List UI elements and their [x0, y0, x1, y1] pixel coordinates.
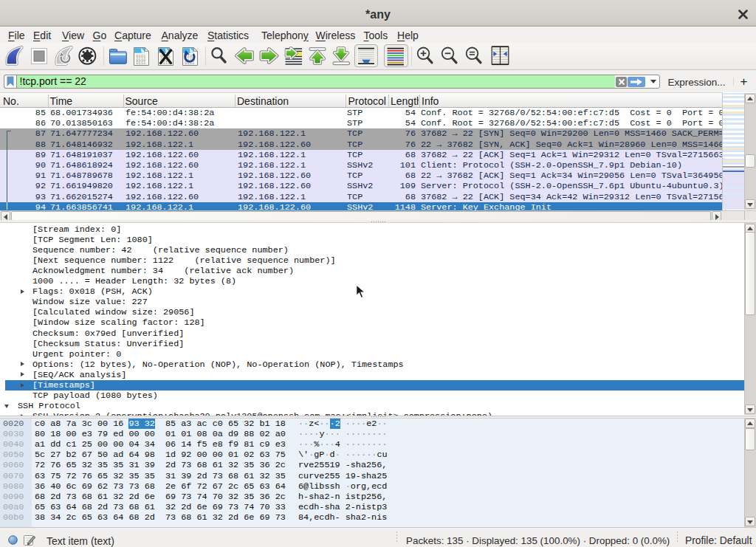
- svg-text:0111: 0111: [136, 61, 146, 66]
